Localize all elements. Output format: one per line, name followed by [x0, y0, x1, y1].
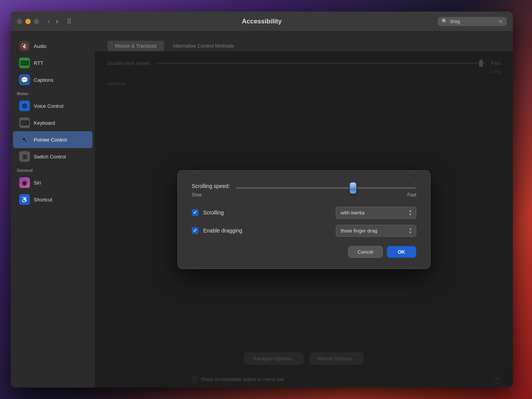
arrow-down-icon: ▼	[409, 213, 412, 216]
sidebar: 🔇 Audio ⌨ RTT 💬 Captions Motor ⚙ Voice C…	[11, 31, 95, 387]
captions-icon: 💬	[19, 74, 30, 85]
switch-control-icon: ⊞	[19, 151, 30, 162]
search-clear-icon[interactable]: ✕	[498, 18, 503, 25]
scrolling-speed-slider-container	[236, 183, 416, 189]
scrolling-speed-label: Scrolling speed:	[192, 183, 230, 189]
sidebar-item-keyboard[interactable]: ⌨ Keyboard	[13, 114, 92, 131]
tick	[371, 183, 371, 185]
tab-mouse-trackpad[interactable]: Mouse & Trackpad	[107, 41, 164, 51]
traffic-lights	[17, 19, 39, 24]
tick	[348, 183, 348, 185]
titlebar: ‹ › ⠿ Accessibility 🔍 drag ✕	[11, 12, 513, 31]
tick	[304, 183, 304, 185]
keyboard-icon: ⌨	[19, 117, 30, 128]
tick	[393, 183, 393, 185]
scrolling-dropdown-arrows: ▲ ▼	[409, 209, 412, 216]
ok-button[interactable]: OK	[387, 246, 417, 258]
grid-icon[interactable]: ⠿	[67, 17, 72, 26]
rtt-icon: ⌨	[19, 58, 30, 68]
voice-control-icon: ⚙	[19, 101, 30, 111]
scrolling-speed-slider-thumb[interactable]	[350, 182, 356, 194]
sidebar-keyboard-label: Keyboard	[34, 120, 55, 126]
sidebar-pointer-control-label: Pointer Control	[34, 137, 67, 143]
sidebar-item-rtt[interactable]: ⌨ RTT	[13, 54, 92, 71]
main-window: ‹ › ⠿ Accessibility 🔍 drag ✕ 🔇 Audio ⌨ R…	[11, 12, 513, 387]
scrolling-dropdown[interactable]: with inertia ▲ ▼	[336, 207, 416, 219]
sidebar-item-shortcut[interactable]: ♿ Shortcut	[13, 191, 92, 208]
minimize-button[interactable]	[25, 19, 31, 24]
shortcut-icon: ♿	[19, 194, 30, 205]
tick	[326, 183, 326, 185]
enable-dragging-label: Enable dragging	[203, 228, 242, 234]
scrolling-label: Scrolling	[203, 209, 224, 216]
slider-ticks	[236, 183, 416, 185]
fast-label: Fast	[407, 192, 416, 198]
sidebar-item-pointer-control[interactable]: ↖ Pointer Control	[13, 131, 92, 148]
arrow-up-icon: ▲	[409, 209, 412, 213]
sidebar-shortcut-label: Shortcut	[34, 197, 52, 203]
sidebar-switch-control-label: Switch Control	[34, 154, 66, 160]
forward-arrow[interactable]: ›	[54, 16, 61, 26]
audio-icon: 🔇	[19, 41, 30, 51]
scrolling-checkmark: ✓	[193, 210, 197, 215]
enable-dragging-checkmark: ✓	[193, 228, 197, 233]
modal-buttons: Cancel OK	[192, 246, 416, 258]
enable-dragging-dropdown-arrows: ▲ ▼	[409, 227, 412, 234]
modal-overlay: Scrolling speed:	[95, 51, 513, 387]
window-title: Accessibility	[242, 18, 282, 25]
tab-alternative[interactable]: Alternative Control Methods	[165, 41, 241, 51]
sidebar-item-captions[interactable]: 💬 Captions	[13, 71, 92, 88]
pointer-control-icon: ↖	[19, 134, 30, 145]
search-input[interactable]: drag	[450, 18, 496, 24]
scrolling-row: ✓ Scrolling with inertia ▲ ▼	[192, 207, 416, 219]
enable-dragging-checkbox[interactable]: ✓	[192, 227, 199, 234]
enable-dragging-dropdown-value: three finger drag	[341, 228, 405, 234]
content-area: 🔇 Audio ⌨ RTT 💬 Captions Motor ⚙ Voice C…	[11, 31, 513, 387]
modal-dialog: Scrolling speed:	[177, 170, 430, 269]
enable-dragging-dropdown[interactable]: three finger drag ▲ ▼	[336, 225, 416, 237]
scrolling-dropdown-value: with inertia	[341, 210, 405, 216]
enable-dragging-row: ✓ Enable dragging three finger drag ▲ ▼	[192, 225, 416, 237]
scrolling-speed-slider-track[interactable]	[236, 187, 416, 189]
tabs: Mouse & Trackpad Alternative Control Met…	[107, 41, 501, 51]
sidebar-item-voice-control[interactable]: ⚙ Voice Control	[13, 97, 92, 114]
sidebar-item-siri[interactable]: ◉ Siri	[13, 174, 92, 191]
close-button[interactable]	[17, 19, 22, 24]
slow-label: Slow	[192, 192, 202, 198]
speed-labels: Slow Fast	[192, 192, 416, 198]
scrolling-checkbox[interactable]: ✓	[192, 209, 199, 216]
motor-section-label: Motor	[11, 88, 95, 97]
tick	[281, 183, 282, 185]
sidebar-captions-label: Captions	[34, 77, 53, 83]
tick	[259, 183, 259, 185]
sidebar-voice-control-label: Voice Control	[34, 103, 63, 109]
nav-arrows: ‹ ›	[45, 16, 61, 26]
arrow-down-icon-2: ▼	[409, 231, 412, 234]
cancel-button[interactable]: Cancel	[348, 246, 383, 258]
tick	[415, 183, 415, 185]
search-box[interactable]: 🔍 drag ✕	[438, 17, 507, 26]
tick	[237, 183, 237, 185]
siri-icon: ◉	[19, 177, 30, 188]
arrow-up-icon-2: ▲	[409, 227, 412, 231]
sidebar-item-switch-control[interactable]: ⊞ Switch Control	[13, 148, 92, 165]
maximize-button[interactable]	[34, 19, 39, 24]
sidebar-item-audio[interactable]: 🔇 Audio	[13, 38, 92, 54]
scrolling-speed-row: Scrolling speed:	[192, 183, 416, 189]
sidebar-audio-label: Audio	[34, 43, 46, 49]
search-icon: 🔍	[442, 18, 448, 24]
back-arrow[interactable]: ‹	[45, 16, 52, 26]
sidebar-rtt-label: RTT	[34, 60, 43, 66]
general-section-label: General	[11, 165, 95, 174]
sidebar-siri-label: Siri	[34, 180, 41, 186]
main-content: Mouse & Trackpad Alternative Control Met…	[95, 31, 513, 387]
